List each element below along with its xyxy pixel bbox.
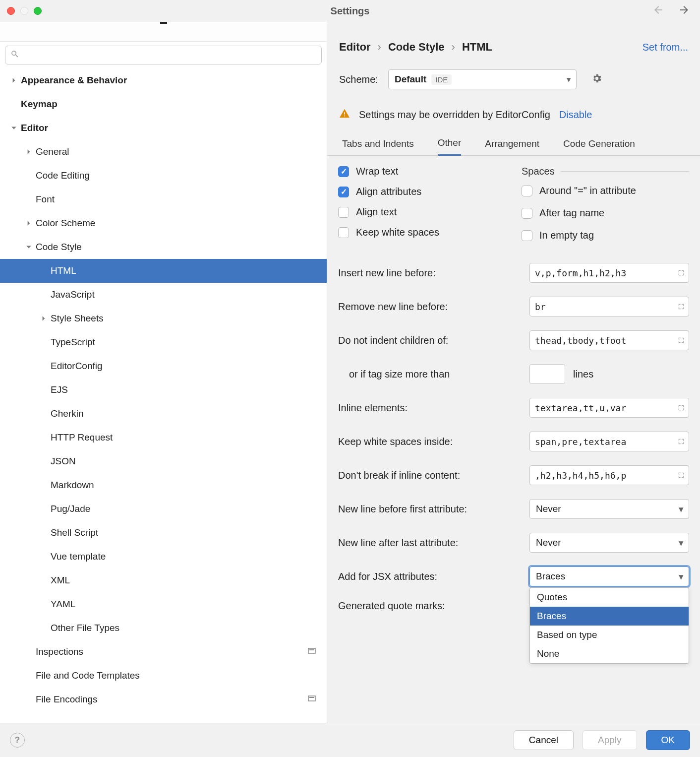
tabs: Tabs and IndentsOtherArrangementCode Gen…: [327, 126, 700, 156]
tag-size-input[interactable]: [529, 364, 565, 384]
tab[interactable]: Arrangement: [485, 138, 539, 155]
chevron-down-icon[interactable]: [10, 125, 18, 131]
label: Inline elements:: [338, 402, 522, 414]
tree-item[interactable]: Inspections: [0, 640, 327, 664]
tree-item[interactable]: EJS: [0, 378, 327, 402]
tree-item[interactable]: JavaScript: [0, 283, 327, 307]
no-indent-input[interactable]: thead,tbody,tfoot: [529, 330, 689, 350]
dropdown-option[interactable]: Based on type: [530, 626, 689, 644]
checkbox-row[interactable]: Align attributes: [338, 186, 502, 197]
tree-item[interactable]: EditorConfig: [0, 354, 327, 378]
set-from-link[interactable]: Set from...: [642, 42, 688, 53]
expand-icon[interactable]: [678, 470, 685, 481]
label: Remove new line before:: [338, 301, 522, 313]
chevron-down-icon[interactable]: [25, 244, 33, 250]
svg-rect-2: [308, 696, 315, 701]
chevron-right-icon[interactable]: [25, 149, 33, 155]
search-input[interactable]: [5, 46, 322, 64]
tree-label: Markdown: [51, 480, 94, 491]
tree-item[interactable]: TypeScript: [0, 330, 327, 354]
expand-icon[interactable]: [678, 268, 685, 278]
tree-label: General: [36, 146, 69, 157]
insert-before-input[interactable]: v,p,form,h1,h2,h3: [529, 263, 689, 283]
label: Don't break if inline content:: [338, 470, 522, 481]
expand-icon[interactable]: [678, 403, 685, 413]
gear-icon[interactable]: [591, 73, 602, 86]
checkbox[interactable]: [522, 230, 532, 241]
sidebar-drag-strip: [0, 22, 327, 42]
expand-icon[interactable]: [678, 335, 685, 346]
checkbox-row[interactable]: Wrap text: [338, 166, 502, 177]
dropdown-option[interactable]: None: [530, 644, 689, 663]
tree-item[interactable]: Other File Types: [0, 616, 327, 640]
dropdown-option[interactable]: Quotes: [530, 588, 689, 607]
tree-item[interactable]: File Encodings: [0, 688, 327, 711]
checkbox[interactable]: [522, 186, 532, 196]
settings-small-icon: [308, 646, 316, 657]
jsx-attr-dropdown[interactable]: QuotesBracesBased on typeNone: [529, 587, 689, 664]
panel-other: Wrap textAlign attributesAlign textKeep …: [327, 156, 700, 723]
tree-item[interactable]: Editor: [0, 116, 327, 140]
tree-item[interactable]: Color Scheme: [0, 211, 327, 235]
checkbox-row[interactable]: Around "=" in attribute: [522, 185, 689, 196]
tree-item[interactable]: YAML: [0, 592, 327, 616]
nl-after-select[interactable]: Never▾: [529, 533, 689, 553]
tree-item[interactable]: Font: [0, 188, 327, 211]
tree-item[interactable]: JSON: [0, 449, 327, 473]
disable-link[interactable]: Disable: [559, 109, 592, 121]
expand-icon[interactable]: [678, 302, 685, 312]
tree-item[interactable]: Markdown: [0, 473, 327, 497]
remove-before-input[interactable]: br: [529, 297, 689, 316]
tree-item[interactable]: Keymap: [0, 92, 327, 116]
tree-item[interactable]: Vue template: [0, 545, 327, 568]
nl-before-select[interactable]: Never▾: [529, 499, 689, 519]
expand-icon[interactable]: [678, 437, 685, 447]
tree-item[interactable]: Pug/Jade: [0, 497, 327, 521]
tree-label: EditorConfig: [51, 361, 103, 372]
tree-item[interactable]: HTML: [0, 259, 327, 283]
checkbox[interactable]: [522, 208, 532, 219]
checkbox-row[interactable]: After tag name: [522, 207, 689, 219]
checkbox[interactable]: [338, 166, 349, 177]
tree-label: File and Code Templates: [36, 670, 140, 681]
dropdown-option[interactable]: Braces: [530, 607, 689, 626]
chevron-right-icon[interactable]: [25, 220, 33, 226]
jsx-attr-select[interactable]: Braces▾: [529, 567, 689, 586]
checkbox[interactable]: [338, 207, 349, 218]
back-icon[interactable]: [652, 4, 664, 18]
checkbox-row[interactable]: Keep white spaces: [338, 227, 502, 238]
chevron-right-icon[interactable]: [40, 315, 48, 321]
tab[interactable]: Code Generation: [563, 138, 635, 155]
tree-item[interactable]: HTTP Request: [0, 426, 327, 449]
inline-input[interactable]: textarea,tt,u,var: [529, 398, 689, 418]
checkbox-row[interactable]: Align text: [338, 206, 502, 218]
checkbox-row[interactable]: In empty tag: [522, 230, 689, 241]
forward-icon[interactable]: [678, 4, 690, 18]
tab[interactable]: Other: [438, 137, 462, 156]
tree-label: TypeScript: [51, 337, 95, 348]
ok-button[interactable]: OK: [646, 730, 690, 750]
tree-item[interactable]: Style Sheets: [0, 307, 327, 330]
tree-item[interactable]: Code Editing: [0, 164, 327, 188]
scheme-select[interactable]: Default IDE ▾: [388, 69, 577, 89]
checkbox[interactable]: [338, 187, 349, 197]
tab[interactable]: Tabs and Indents: [342, 138, 414, 155]
tree-label: EJS: [51, 384, 68, 395]
tree-item[interactable]: XML: [0, 568, 327, 592]
cancel-button[interactable]: Cancel: [514, 730, 574, 750]
chevron-right-icon[interactable]: [10, 77, 18, 83]
tree-item[interactable]: Code Style: [0, 235, 327, 259]
tree[interactable]: Appearance & BehaviorKeymapEditorGeneral…: [0, 68, 327, 723]
window-title: Settings: [0, 5, 700, 17]
tree-item[interactable]: Gherkin: [0, 402, 327, 426]
dont-break-input[interactable]: ,h2,h3,h4,h5,h6,p: [529, 465, 689, 485]
tree-item[interactable]: Shell Script: [0, 521, 327, 545]
footer: ? Cancel Apply OK: [0, 723, 700, 757]
tree-item[interactable]: General: [0, 140, 327, 164]
label: New line before first attribute:: [338, 504, 522, 515]
keep-ws-input[interactable]: span,pre,textarea: [529, 432, 689, 451]
help-icon[interactable]: ?: [10, 733, 25, 748]
checkbox[interactable]: [338, 227, 349, 238]
tree-item[interactable]: File and Code Templates: [0, 664, 327, 688]
tree-item[interactable]: Appearance & Behavior: [0, 68, 327, 92]
